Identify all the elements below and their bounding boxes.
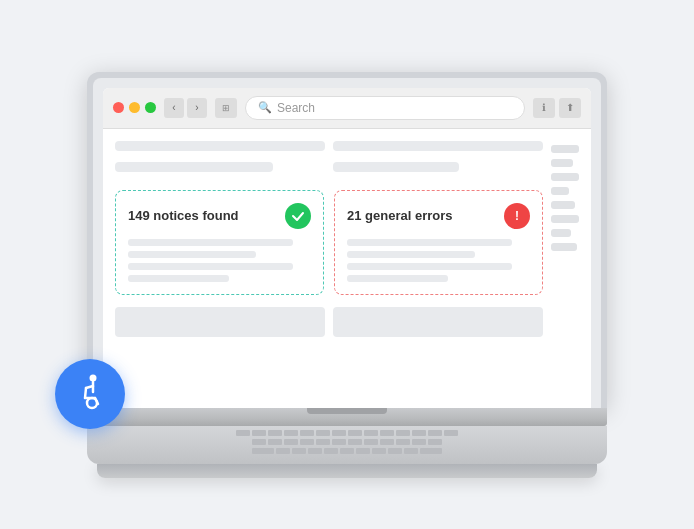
card-line [347, 275, 448, 282]
key [300, 439, 314, 445]
back-icon: ‹ [172, 102, 175, 113]
forward-icon: › [195, 102, 198, 113]
key [300, 430, 314, 436]
key [332, 439, 346, 445]
laptop-screen-outer: ‹ › ⊞ 🔍 Search [87, 72, 607, 408]
placeholder-bar [115, 162, 273, 172]
laptop-bezel: ‹ › ⊞ 🔍 Search [93, 78, 601, 408]
nav-buttons: ‹ › [164, 98, 207, 118]
key [364, 430, 378, 436]
key [412, 430, 426, 436]
bottom-section-right [333, 307, 543, 337]
key [404, 448, 418, 454]
info-icon: ℹ [542, 102, 546, 113]
notices-card: 149 notices found [115, 190, 324, 295]
key [284, 439, 298, 445]
key [428, 430, 442, 436]
card-line [128, 275, 229, 282]
accessibility-badge[interactable] [55, 359, 125, 429]
key [412, 439, 426, 445]
back-button[interactable]: ‹ [164, 98, 184, 118]
keyboard-rows [103, 430, 591, 454]
search-icon: 🔍 [258, 101, 272, 114]
key [252, 439, 266, 445]
placeholder-bar [333, 141, 543, 151]
keyboard-row-2 [103, 439, 591, 445]
key [276, 448, 290, 454]
key [308, 448, 322, 454]
sidebar-line [551, 187, 569, 195]
accessibility-icon [70, 370, 110, 418]
key [380, 439, 394, 445]
errors-card: 21 general errors ! [334, 190, 543, 295]
search-bar[interactable]: 🔍 Search [245, 96, 525, 120]
traffic-light-green[interactable] [145, 102, 156, 113]
sidebar-line [551, 145, 579, 153]
key [388, 448, 402, 454]
bottom-sections [115, 307, 543, 337]
sidebar-line [551, 243, 577, 251]
share-button[interactable]: ⬆ [559, 98, 581, 118]
card-line [347, 263, 512, 270]
traffic-light-red[interactable] [113, 102, 124, 113]
notices-card-header: 149 notices found [128, 203, 311, 229]
traffic-light-yellow[interactable] [129, 102, 140, 113]
sidebar-line [551, 201, 575, 209]
card-line [347, 251, 475, 258]
browser-sidebar [551, 141, 579, 337]
errors-card-title: 21 general errors [347, 208, 453, 223]
key [428, 439, 442, 445]
key [284, 430, 298, 436]
key [268, 430, 282, 436]
top-bar-left [115, 141, 325, 178]
notices-icon [285, 203, 311, 229]
key [420, 448, 442, 454]
bottom-section-left [115, 307, 325, 337]
placeholder-bar [115, 141, 325, 151]
errors-card-header: 21 general errors ! [347, 203, 530, 229]
keyboard-row-1 [103, 430, 591, 436]
traffic-lights [113, 102, 156, 113]
notices-card-lines [128, 239, 311, 282]
svg-point-0 [90, 375, 97, 382]
key [332, 430, 346, 436]
key [396, 439, 410, 445]
window-icon-button[interactable]: ⊞ [215, 98, 237, 118]
share-icon: ⬆ [566, 102, 574, 113]
sidebar-line [551, 159, 573, 167]
errors-card-lines [347, 239, 530, 282]
laptop-base-notch [307, 408, 387, 414]
key [444, 430, 458, 436]
forward-button[interactable]: › [187, 98, 207, 118]
card-line [128, 251, 256, 258]
key [292, 448, 306, 454]
key [252, 430, 266, 436]
key [340, 448, 354, 454]
keyboard-row-3 [103, 448, 591, 454]
browser-layout: 149 notices found [115, 141, 579, 337]
scene: ‹ › ⊞ 🔍 Search [0, 0, 694, 529]
browser-window: ‹ › ⊞ 🔍 Search [103, 88, 591, 408]
key [372, 448, 386, 454]
laptop-bottom [97, 464, 597, 478]
key [324, 448, 338, 454]
svg-text:!: ! [515, 209, 519, 223]
info-button[interactable]: ℹ [533, 98, 555, 118]
key [236, 430, 250, 436]
top-bar-right [333, 141, 543, 178]
notices-card-title: 149 notices found [128, 208, 239, 223]
key [364, 439, 378, 445]
search-placeholder-text: Search [277, 101, 315, 115]
key [268, 439, 282, 445]
browser-bar: ‹ › ⊞ 🔍 Search [103, 88, 591, 129]
key [316, 439, 330, 445]
laptop-base [87, 408, 607, 426]
key [348, 430, 362, 436]
sidebar-line [551, 215, 579, 223]
cards-row: 149 notices found [115, 190, 543, 295]
card-line [128, 263, 293, 270]
key [380, 430, 394, 436]
key [252, 448, 274, 454]
card-line [128, 239, 293, 246]
top-placeholder-bars [115, 141, 543, 178]
